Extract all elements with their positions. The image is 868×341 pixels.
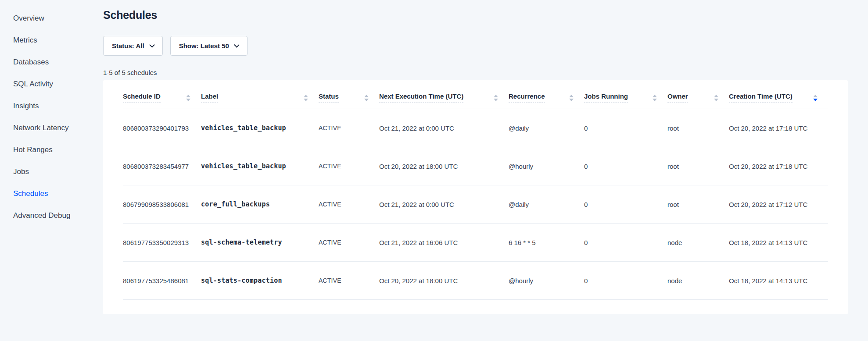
sort-icon[interactable] [494,95,498,101]
status-cell: ACTIVE [319,109,379,147]
chevron-down-icon [149,42,155,48]
schedule-id-cell: 806197753325486081 [123,262,201,300]
owner-cell: root [667,147,729,185]
show-filter-dropdown[interactable]: Show: Latest 50 [170,36,247,56]
sidebar: Overview Metrics Databases SQL Activity … [0,0,103,341]
jobs-running-cell: 0 [584,109,667,147]
recurrence-cell: @daily [509,109,584,147]
sidebar-item[interactable]: Hot Ranges [13,145,103,155]
sort-desc-arrow [714,99,718,101]
column-header[interactable]: Label [201,80,319,109]
sidebar-item[interactable]: Insights [13,101,103,111]
sort-desc-arrow [304,99,308,101]
sort-icon[interactable] [813,95,818,101]
schedule-label-cell: sql-schema-telemetry [201,224,319,262]
column-header-label: Owner [667,92,688,103]
jobs-running-cell: 0 [584,185,667,224]
sort-asc-arrow [714,95,718,97]
column-header-label: Recurrence [509,92,545,103]
sort-icon[interactable] [186,95,190,101]
column-header[interactable]: Jobs Running [584,80,667,109]
sort-icon[interactable] [304,95,308,101]
schedule-row: 806800373283454977 vehicles_table_backup… [123,147,828,185]
page-title: Schedules [103,9,848,21]
jobs-running-cell: 0 [584,224,667,262]
next-execution-cell: Oct 21, 2022 at 0:00 UTC [379,185,509,224]
column-header[interactable]: Schedule ID [123,80,201,109]
schedule-label-cell: vehicles_table_backup [201,147,319,185]
chevron-down-icon [234,42,240,48]
column-header-label: Creation Time (UTC) [729,92,793,103]
creation-time-cell: Oct 18, 2022 at 14:13 UTC [729,224,828,262]
filter-bar: Status: All Show: Latest 50 [103,36,848,56]
owner-cell: root [667,185,729,224]
column-header[interactable]: Recurrence [509,80,584,109]
sidebar-item[interactable]: Schedules [13,188,103,199]
sidebar-item[interactable]: Jobs [13,167,103,177]
next-execution-cell: Oct 21, 2022 at 16:06 UTC [379,224,509,262]
schedule-id-cell: 806800373290401793 [123,109,201,147]
results-summary: 1-5 of 5 schedules [103,69,848,76]
sidebar-item[interactable]: Advanced Debug [13,210,103,220]
schedule-label-cell: core_full_backups [201,185,319,224]
sort-asc-arrow [494,95,498,97]
sort-icon[interactable] [569,95,574,101]
show-filter-label: Show: Latest 50 [179,42,229,50]
schedule-row: 806800373290401793 vehicles_table_backup… [123,109,828,147]
schedule-row: 806197753325486081 sql-stats-compaction … [123,262,828,300]
status-cell: ACTIVE [319,262,379,300]
creation-time-cell: Oct 20, 2022 at 17:18 UTC [729,147,828,185]
recurrence-cell: @daily [509,185,584,224]
sort-desc-arrow [813,99,818,101]
table-header-row: Schedule ID Label [123,80,828,109]
schedules-table-card: Schedule ID Label [103,80,848,314]
sort-asc-arrow [569,95,574,97]
sidebar-item[interactable]: Overview [13,13,103,23]
sort-asc-arrow [813,95,818,97]
status-cell: ACTIVE [319,185,379,224]
status-filter-dropdown[interactable]: Status: All [103,36,163,56]
schedule-row: 806799098533806081 core_full_backups ACT… [123,185,828,224]
sort-desc-arrow [494,99,498,101]
column-header[interactable]: Creation Time (UTC) [729,80,828,109]
column-header[interactable]: Status [319,80,379,109]
sort-desc-arrow [653,99,657,101]
owner-cell: node [667,224,729,262]
recurrence-cell: @hourly [509,262,584,300]
schedule-id-cell: 806800373283454977 [123,147,201,185]
next-execution-cell: Oct 20, 2022 at 18:00 UTC [379,147,509,185]
column-header-label: Status [319,92,339,103]
sort-asc-arrow [304,95,308,97]
schedules-table: Schedule ID Label [123,80,828,300]
schedule-label-cell: sql-stats-compaction [201,262,319,300]
schedule-id-cell: 806799098533806081 [123,185,201,224]
sidebar-item[interactable]: Network Latency [13,123,103,133]
column-header-label: Schedule ID [123,92,161,103]
sort-asc-arrow [364,95,369,97]
column-header[interactable]: Owner [667,80,729,109]
next-execution-cell: Oct 21, 2022 at 0:00 UTC [379,109,509,147]
sidebar-item[interactable]: Metrics [13,35,103,45]
sidebar-item[interactable]: SQL Activity [13,79,103,89]
sort-desc-arrow [569,99,574,101]
next-execution-cell: Oct 20, 2022 at 18:00 UTC [379,262,509,300]
sort-icon[interactable] [653,95,657,101]
status-cell: ACTIVE [319,224,379,262]
sort-asc-arrow [653,95,657,97]
sort-icon[interactable] [364,95,369,101]
column-header-label: Next Execution Time (UTC) [379,92,463,103]
recurrence-cell: @hourly [509,147,584,185]
jobs-running-cell: 0 [584,147,667,185]
column-header-label: Jobs Running [584,92,628,103]
main-content: Schedules Status: All Show: Latest 50 1-… [103,0,868,341]
schedule-label-cell: vehicles_table_backup [201,109,319,147]
sidebar-item[interactable]: Databases [13,57,103,67]
status-cell: ACTIVE [319,147,379,185]
schedule-id-cell: 806197753350029313 [123,224,201,262]
sort-desc-arrow [364,99,369,101]
creation-time-cell: Oct 20, 2022 at 17:18 UTC [729,109,828,147]
column-header[interactable]: Next Execution Time (UTC) [379,80,509,109]
column-header-label: Label [201,92,218,103]
sort-desc-arrow [186,99,190,101]
sort-icon[interactable] [714,95,718,101]
